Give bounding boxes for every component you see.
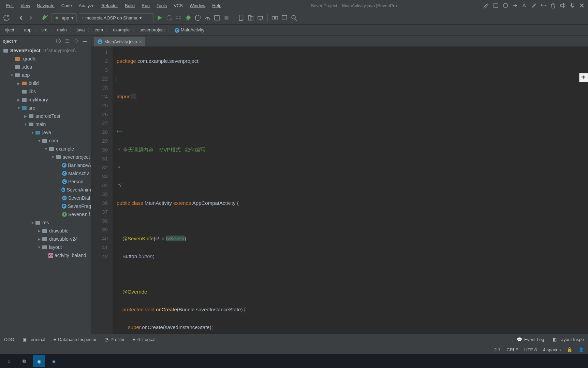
- close-tab-icon[interactable]: ×: [139, 39, 142, 44]
- tree-row[interactable]: ▼example: [0, 145, 91, 153]
- tab-layout-inspector[interactable]: ◧Layout Inspe: [553, 337, 584, 342]
- coverage-icon[interactable]: [194, 14, 202, 22]
- sync-icon[interactable]: [3, 14, 10, 22]
- tab-eventlog[interactable]: 💬Event Log: [517, 337, 544, 342]
- project-tree[interactable]: SevenProject D:\studyproject\ .gradle.id…: [0, 46, 91, 334]
- tree-row[interactable]: ▼main: [0, 120, 91, 128]
- collapse-icon[interactable]: [64, 38, 71, 44]
- lock-icon[interactable]: 🔓: [567, 347, 572, 352]
- crumb-java[interactable]: java: [75, 27, 87, 32]
- menu-view[interactable]: View: [17, 2, 33, 10]
- crumb-class[interactable]: CMainActivity: [173, 27, 206, 33]
- project-structure-icon[interactable]: [271, 14, 279, 22]
- crumb-main[interactable]: main: [55, 27, 69, 32]
- tree-row[interactable]: CSevenFrag: [0, 202, 91, 210]
- tree-row[interactable]: CBanlanceA: [0, 161, 91, 169]
- arrow-icon[interactable]: [512, 2, 518, 9]
- tree-row[interactable]: ▶build: [0, 79, 91, 87]
- menu-vcs[interactable]: VCS: [170, 2, 186, 10]
- tab-logcat[interactable]: ≡6: Logcat: [133, 337, 156, 342]
- crumb-src[interactable]: src: [39, 27, 49, 32]
- run-icon[interactable]: [156, 14, 163, 22]
- device-manager-icon[interactable]: [247, 14, 254, 22]
- stop-icon[interactable]: [223, 14, 230, 22]
- ime-indicator[interactable]: 中: [579, 73, 588, 82]
- undo-icon[interactable]: [540, 2, 547, 9]
- app2-icon[interactable]: ◆: [48, 355, 60, 367]
- emulator-icon[interactable]: [281, 14, 288, 22]
- tab-profiler[interactable]: ◔Profiler: [105, 337, 124, 342]
- status-indent[interactable]: 4 spaces: [543, 347, 561, 352]
- tree-row[interactable]: ▼app: [0, 71, 91, 79]
- menu-edit[interactable]: Edit: [3, 2, 17, 10]
- tree-row[interactable]: ISevenKnif: [0, 210, 91, 218]
- search-icon[interactable]: [290, 14, 298, 22]
- tree-row[interactable]: CPerson: [0, 178, 91, 186]
- menu-tools[interactable]: Tools: [153, 2, 170, 10]
- circle-icon[interactable]: [502, 2, 509, 9]
- tree-row[interactable]: ▼com: [0, 137, 91, 145]
- avd-icon[interactable]: [237, 14, 245, 22]
- taskview-icon[interactable]: ⧉: [18, 355, 30, 367]
- mic-icon[interactable]: [569, 2, 576, 9]
- tree-row[interactable]: <>activity_baland: [0, 251, 91, 259]
- tree-row[interactable]: ▶drawable-v24: [0, 235, 91, 243]
- crumb-example[interactable]: example: [111, 27, 132, 32]
- forward-icon[interactable]: [27, 14, 34, 22]
- brush-icon[interactable]: [531, 2, 538, 9]
- tree-row[interactable]: ▼java: [0, 128, 91, 137]
- volume-icon[interactable]: [559, 2, 566, 9]
- device-dropdown[interactable]: ▫ motorola AOSP on Shama ▾: [79, 13, 154, 22]
- tree-row[interactable]: .gradle: [0, 55, 91, 63]
- tree-root[interactable]: SevenProject D:\studyproject\: [0, 46, 91, 55]
- tree-row[interactable]: CSevenAnim: [0, 186, 91, 194]
- attach-debug-icon[interactable]: [213, 14, 221, 22]
- target-icon[interactable]: [55, 38, 62, 44]
- code-body[interactable]: package com.example.sevenproject; import…: [113, 46, 588, 334]
- pencil-icon[interactable]: [483, 2, 490, 9]
- hide-icon[interactable]: —: [82, 38, 88, 44]
- app1-icon[interactable]: ◉: [33, 355, 45, 367]
- status-caret-pos[interactable]: 2:1: [494, 347, 500, 352]
- profiler-icon[interactable]: [204, 14, 211, 22]
- close-icon[interactable]: [578, 2, 585, 9]
- tree-row[interactable]: ▼layout: [0, 243, 91, 251]
- file-tab-mainactivity[interactable]: C MainActivity.java ×: [94, 37, 145, 46]
- debug-icon[interactable]: [185, 14, 192, 22]
- menu-build[interactable]: Build: [121, 2, 138, 10]
- square-icon[interactable]: [493, 2, 499, 9]
- menu-navigate[interactable]: Navigate: [33, 2, 58, 10]
- menu-help[interactable]: Help: [209, 2, 225, 10]
- crumb-pkg[interactable]: sevenproject: [137, 27, 167, 32]
- menu-window[interactable]: Window: [186, 2, 209, 10]
- tree-row[interactable]: CSevenDial: [0, 194, 91, 202]
- text-a-icon[interactable]: A: [521, 2, 528, 9]
- menu-refactor[interactable]: Refactor: [98, 2, 121, 10]
- menu-analyze[interactable]: Analyze: [75, 2, 98, 10]
- gear-icon[interactable]: [73, 38, 79, 44]
- project-view-label[interactable]: oject ▾: [3, 39, 53, 44]
- tree-row[interactable]: .idea: [0, 63, 91, 71]
- tab-todo[interactable]: ODO: [4, 337, 14, 342]
- tab-terminal[interactable]: ▣Terminal: [23, 337, 45, 342]
- tree-row[interactable]: ▼res: [0, 218, 91, 227]
- run-config-dropdown[interactable]: app ▾: [51, 13, 77, 22]
- cortana-icon[interactable]: ○: [3, 355, 15, 367]
- hammer-icon[interactable]: [42, 14, 49, 22]
- tree-row[interactable]: ▼src: [0, 104, 91, 112]
- tree-row[interactable]: ▶androidTest: [0, 112, 91, 120]
- inspector-icon[interactable]: 👤: [578, 347, 584, 352]
- sdk-manager-icon[interactable]: [256, 14, 264, 22]
- tree-row[interactable]: ▼sevenproject: [0, 153, 91, 161]
- code-area[interactable]: 1232223242526272829303132333435363738394…: [91, 46, 588, 334]
- tree-row[interactable]: CMainActiv: [0, 169, 91, 178]
- crumb-com[interactable]: com: [93, 27, 105, 32]
- apply-changes-icon[interactable]: [165, 14, 173, 22]
- tree-row[interactable]: ▶drawable: [0, 227, 91, 235]
- trash-icon[interactable]: [550, 2, 557, 9]
- back-icon[interactable]: [17, 14, 25, 22]
- menu-run[interactable]: Run: [138, 2, 153, 10]
- tree-row[interactable]: libs: [0, 87, 91, 96]
- stepover-icon[interactable]: [175, 14, 182, 22]
- crumb-app[interactable]: app: [22, 27, 33, 32]
